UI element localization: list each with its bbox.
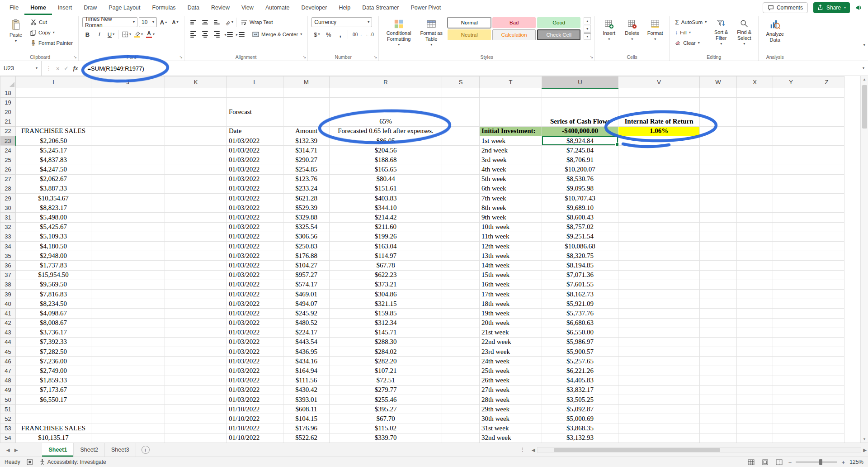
cell-V25[interactable] [618,155,700,165]
cell-X44[interactable] [737,337,773,347]
cell-Z42[interactable] [809,318,844,328]
cell-M27[interactable]: $123.76 [283,174,330,184]
cell-U31[interactable]: $8,600.43 [542,213,618,222]
cell-L27[interactable]: 01/03/2022 [227,174,283,184]
row-header-39[interactable]: 39 [0,289,16,299]
cell-V50[interactable] [618,395,700,405]
row-header-34[interactable]: 34 [0,242,16,251]
cell-L44[interactable]: 01/03/2022 [227,337,283,347]
cell-M30[interactable]: $529.39 [283,203,330,213]
align-center-button[interactable] [200,29,210,39]
cell-S53[interactable] [442,424,480,433]
cell-W22[interactable] [700,126,737,136]
cell-T26[interactable]: 4th week [480,165,542,174]
cell-W30[interactable] [700,203,737,213]
cell-J25[interactable] [91,155,165,165]
cell-Y28[interactable] [773,184,809,193]
cell-Z22[interactable] [809,126,844,136]
cell-M53[interactable]: $176.96 [283,424,330,433]
cell-T36[interactable]: 14th week [480,261,542,270]
alignment-dialog-launcher[interactable]: ↘ [303,55,307,59]
cell-L21[interactable] [227,117,283,126]
align-middle-button[interactable] [200,17,210,27]
cell-L32[interactable]: 01/03/2022 [227,222,283,232]
cell-R48[interactable]: $72.51 [330,376,442,385]
cell-V44[interactable] [618,337,700,347]
cell-I30[interactable]: $8,823.17 [16,203,91,213]
col-header-K[interactable]: K [165,76,227,88]
cell-T21[interactable] [480,117,542,126]
cell-Y52[interactable] [773,414,809,424]
cell-W31[interactable] [700,213,737,222]
cell-R25[interactable]: $188.68 [330,155,442,165]
cell-X30[interactable] [737,203,773,213]
cell-L43[interactable]: 01/03/2022 [227,328,283,337]
cell-J31[interactable] [91,213,165,222]
cell-Y29[interactable] [773,194,809,203]
cell-Z18[interactable] [809,88,844,98]
cell-X32[interactable] [737,222,773,232]
cell-X33[interactable] [737,232,773,241]
cell-R23[interactable]: $86.05 [330,136,442,145]
cell-J43[interactable] [91,328,165,337]
cell-V29[interactable] [618,194,700,203]
align-left-button[interactable] [188,29,198,39]
cell-K34[interactable] [165,242,227,251]
cell-U23[interactable]: $8,924.84 [542,136,618,145]
comma-style-button[interactable]: , [335,29,345,39]
cell-S51[interactable] [442,405,480,414]
cell-Z26[interactable] [809,165,844,174]
cell-R50[interactable]: $255.46 [330,395,442,405]
cell-X46[interactable] [737,357,773,366]
cell-J30[interactable] [91,203,165,213]
cell-K24[interactable] [165,146,227,155]
cell-I42[interactable]: $8,008.67 [16,318,91,328]
cell-V40[interactable] [618,299,700,309]
cell-R24[interactable]: $204.56 [330,146,442,155]
cell-T49[interactable]: 27th week [480,385,542,395]
cell-L47[interactable]: 01/03/2022 [227,366,283,376]
cell-U36[interactable]: $8,194.85 [542,261,618,270]
cell-T53[interactable]: 31st week [480,424,542,433]
cell-T51[interactable]: 29th week [480,405,542,414]
cell-L36[interactable]: 01/03/2022 [227,261,283,270]
cell-W34[interactable] [700,242,737,251]
format-painter-button[interactable]: Format Painter [28,38,75,48]
cell-W49[interactable] [700,385,737,395]
col-header-Z[interactable]: Z [809,76,844,88]
cell-X51[interactable] [737,405,773,414]
cell-X37[interactable] [737,270,773,280]
col-header-U[interactable]: U [542,76,618,88]
cell-U25[interactable]: $8,706.91 [542,155,618,165]
align-right-button[interactable] [212,29,222,39]
cell-M19[interactable] [283,98,330,107]
decrease-font-button[interactable]: A▾ [170,17,180,27]
cell-V53[interactable] [618,424,700,433]
ribbon-tab-automate[interactable]: Automate [259,0,296,15]
cell-style-bad[interactable]: Bad [492,17,536,28]
cell-Y46[interactable] [773,357,809,366]
cell-Y18[interactable] [773,88,809,98]
cell-L29[interactable]: 01/03/2022 [227,194,283,203]
row-header-54[interactable]: 54 [0,433,16,443]
tabbar-kebab-icon[interactable]: ⋮ [520,443,529,457]
cell-Y30[interactable] [773,203,809,213]
cell-J42[interactable] [91,318,165,328]
row-header-42[interactable]: 42 [0,318,16,328]
cell-W47[interactable] [700,366,737,376]
cell-style-good[interactable]: Good [537,17,580,28]
cell-T31[interactable]: 9th week [480,213,542,222]
cell-J39[interactable] [91,289,165,299]
cell-I19[interactable] [16,98,91,107]
cell-Y53[interactable] [773,424,809,433]
cell-L41[interactable]: 01/03/2022 [227,309,283,318]
cell-T19[interactable] [480,98,542,107]
cell-I38[interactable]: $9,569.50 [16,280,91,289]
cell-R35[interactable]: $114.97 [330,251,442,261]
cell-S26[interactable] [442,165,480,174]
cell-M42[interactable]: $480.52 [283,318,330,328]
cell-K54[interactable] [165,433,227,443]
cell-L23[interactable]: 01/03/2022 [227,136,283,145]
cell-Y49[interactable] [773,385,809,395]
cell-Y35[interactable] [773,251,809,261]
